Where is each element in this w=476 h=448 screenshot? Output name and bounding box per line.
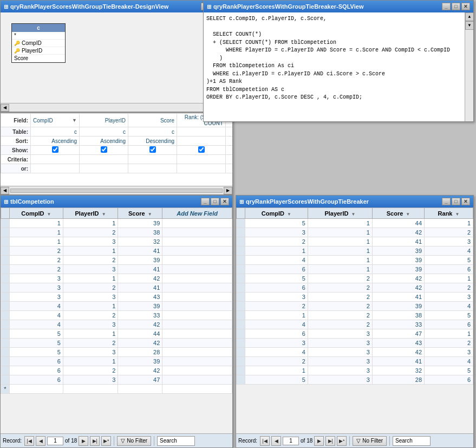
cell-compid[interactable]: 1 bbox=[10, 237, 63, 246]
criteria-2[interactable] bbox=[80, 155, 128, 164]
left-table-row[interactable]: 1 2 38 bbox=[1, 228, 232, 237]
sql-close-button[interactable]: ✕ bbox=[461, 3, 470, 10]
left-next-btn[interactable]: ▶ bbox=[79, 436, 88, 446]
sql-scroll-up[interactable]: ▲ bbox=[465, 12, 473, 21]
right-close-button[interactable]: ✕ bbox=[461, 198, 470, 205]
right-cell-compid[interactable]: 3 bbox=[245, 339, 308, 348]
cell-score[interactable]: 42 bbox=[118, 320, 162, 329]
sort-asc1[interactable]: Ascending bbox=[31, 137, 80, 146]
right-cell-compid[interactable]: 3 bbox=[245, 293, 308, 302]
right-prev-btn[interactable]: ◀ bbox=[271, 436, 281, 446]
right-table-row[interactable]: 3 1 42 2 bbox=[237, 228, 473, 237]
right-cell-score[interactable]: 42 bbox=[372, 348, 424, 357]
cell-add-field[interactable] bbox=[162, 302, 232, 311]
cell-playerid[interactable]: 3 bbox=[63, 348, 118, 357]
criteria-1[interactable] bbox=[31, 155, 80, 164]
cell-playerid[interactable]: 2 bbox=[63, 339, 118, 348]
right-cell-playerid[interactable]: 1 bbox=[308, 265, 372, 274]
cell-playerid[interactable]: 3 bbox=[63, 375, 118, 385]
new-cell-2[interactable] bbox=[63, 385, 118, 394]
right-table-row[interactable]: 4 2 33 6 bbox=[237, 320, 473, 329]
cell-compid[interactable]: 2 bbox=[10, 246, 63, 256]
cell-add-field[interactable] bbox=[162, 357, 232, 366]
cell-compid[interactable]: 3 bbox=[10, 283, 63, 293]
right-cell-score[interactable]: 33 bbox=[372, 320, 424, 329]
right-col-compid-header[interactable]: CompID ▼ bbox=[245, 208, 308, 219]
right-cell-score[interactable]: 39 bbox=[372, 256, 424, 265]
right-cell-playerid[interactable]: 2 bbox=[308, 302, 372, 311]
right-cell-playerid[interactable]: 3 bbox=[308, 366, 372, 375]
right-cell-playerid[interactable]: 1 bbox=[308, 246, 372, 256]
right-cell-score[interactable]: 32 bbox=[372, 366, 424, 375]
right-data-scroll[interactable]: CompID ▼ PlayerID ▼ Score ▼ Rank ▼ 5 1 4… bbox=[236, 207, 473, 433]
left-table-row[interactable]: 1 3 32 bbox=[1, 237, 232, 246]
sql-v-scrollbar[interactable]: ▲ ▼ bbox=[465, 12, 473, 121]
table-c3[interactable]: c bbox=[128, 127, 177, 137]
show-check2[interactable] bbox=[80, 146, 128, 155]
left-prev-btn[interactable]: ◀ bbox=[36, 436, 45, 446]
cell-score[interactable]: 43 bbox=[118, 293, 162, 302]
new-cell-4[interactable] bbox=[162, 385, 232, 394]
cell-playerid[interactable]: 2 bbox=[63, 256, 118, 265]
right-first-btn[interactable]: |◀ bbox=[260, 436, 270, 446]
right-cell-rank[interactable]: 1 bbox=[425, 329, 473, 339]
cell-playerid[interactable]: 1 bbox=[63, 274, 118, 283]
cell-compid[interactable]: 3 bbox=[10, 274, 63, 283]
cell-playerid[interactable]: 3 bbox=[63, 293, 118, 302]
show-check3[interactable] bbox=[128, 146, 177, 155]
right-cell-score[interactable]: 41 bbox=[372, 357, 424, 366]
cell-compid[interactable]: 1 bbox=[10, 219, 63, 228]
cell-playerid[interactable]: 2 bbox=[63, 228, 118, 237]
right-table-row[interactable]: 2 2 39 4 bbox=[237, 302, 473, 311]
cell-add-field[interactable] bbox=[162, 228, 232, 237]
right-last-btn[interactable]: ▶| bbox=[325, 436, 335, 446]
cell-playerid[interactable]: 2 bbox=[63, 311, 118, 320]
left-search-input[interactable] bbox=[157, 436, 195, 446]
right-cell-playerid[interactable]: 3 bbox=[308, 357, 372, 366]
right-cell-playerid[interactable]: 1 bbox=[308, 237, 372, 246]
cell-compid[interactable]: 2 bbox=[10, 256, 63, 265]
cell-playerid[interactable]: 1 bbox=[63, 357, 118, 366]
right-table-row[interactable]: 6 3 47 1 bbox=[237, 329, 473, 339]
cell-compid[interactable]: 1 bbox=[10, 228, 63, 237]
right-cell-compid[interactable]: 6 bbox=[245, 329, 308, 339]
right-cell-playerid[interactable]: 3 bbox=[308, 348, 372, 357]
sql-scroll-down[interactable]: ▼ bbox=[465, 21, 473, 30]
right-cell-compid[interactable]: 4 bbox=[245, 256, 308, 265]
right-search-input[interactable] bbox=[393, 436, 431, 446]
left-record-input[interactable] bbox=[47, 437, 63, 445]
left-table-row[interactable]: 5 3 28 bbox=[1, 348, 232, 357]
cell-score[interactable]: 41 bbox=[118, 283, 162, 293]
field-playerid[interactable]: PlayerID bbox=[80, 114, 128, 127]
criteria-3[interactable] bbox=[128, 155, 177, 164]
right-cell-rank[interactable]: 6 bbox=[425, 375, 473, 385]
right-cell-rank[interactable]: 5 bbox=[425, 311, 473, 320]
right-new-btn[interactable]: ▶* bbox=[337, 436, 347, 446]
show-checkbox-4[interactable] bbox=[198, 146, 205, 153]
right-cell-rank[interactable]: 3 bbox=[425, 348, 473, 357]
right-cell-playerid[interactable]: 2 bbox=[308, 283, 372, 293]
new-cell-3[interactable] bbox=[118, 385, 162, 394]
cell-compid[interactable]: 3 bbox=[10, 293, 63, 302]
right-cell-score[interactable]: 42 bbox=[372, 283, 424, 293]
right-cell-rank[interactable]: 5 bbox=[425, 256, 473, 265]
left-table-row[interactable]: 6 3 47 bbox=[1, 375, 232, 385]
right-table-row[interactable]: 6 1 39 6 bbox=[237, 265, 473, 274]
right-cell-playerid[interactable]: 2 bbox=[308, 311, 372, 320]
right-cell-compid[interactable]: 1 bbox=[245, 366, 308, 375]
show-check1[interactable] bbox=[31, 146, 80, 155]
right-cell-score[interactable]: 39 bbox=[372, 265, 424, 274]
right-cell-playerid[interactable]: 2 bbox=[308, 293, 372, 302]
col-score-header[interactable]: Score ▼ bbox=[118, 208, 162, 219]
grid-scroll-right[interactable]: ▶ bbox=[224, 187, 232, 194]
left-table-row[interactable]: 4 2 33 bbox=[1, 311, 232, 320]
right-cell-score[interactable]: 28 bbox=[372, 375, 424, 385]
right-cell-rank[interactable]: 4 bbox=[425, 302, 473, 311]
or-5[interactable] bbox=[226, 164, 233, 173]
left-table-row[interactable]: 5 2 42 bbox=[1, 339, 232, 348]
right-col-score-header[interactable]: Score ▼ bbox=[372, 208, 424, 219]
sql-minimize-button[interactable]: _ bbox=[442, 3, 451, 10]
right-cell-rank[interactable]: 2 bbox=[425, 339, 473, 348]
show-check5[interactable] bbox=[226, 146, 233, 155]
right-cell-rank[interactable]: 2 bbox=[425, 228, 473, 237]
